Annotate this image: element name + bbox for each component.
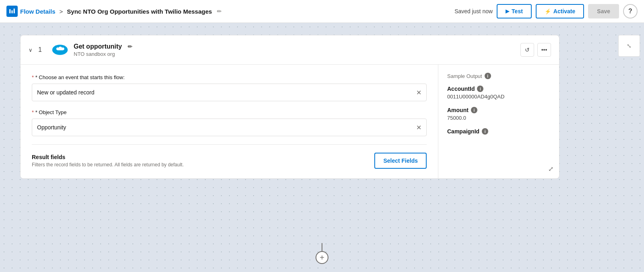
canvas: ⤡ ∨ 1 Get opportunity ✏ NTO sandbox org: [0, 23, 644, 272]
card-subtitle: NTO sandbox org: [74, 51, 515, 57]
output-field-name-campaignid: CampaignId i: [447, 128, 550, 135]
flow-title: Sync NTO Org Opportunities with Twilio M…: [67, 8, 212, 15]
output-field-name-accountid: AccountId i: [447, 86, 550, 92]
card-title-group: Get opportunity ✏ NTO sandbox org: [74, 43, 515, 57]
saved-status: Saved just now: [454, 8, 493, 14]
event-label-text: * Choose an event that starts this flow:: [35, 74, 125, 80]
sample-output-label: Sample Output: [447, 73, 482, 79]
expand-button[interactable]: ⤢: [548, 165, 553, 173]
activate-button[interactable]: ⚡ Activate: [536, 4, 584, 18]
flow-title-edit-icon[interactable]: ✏: [217, 8, 222, 14]
campaignid-info-icon[interactable]: i: [482, 128, 488, 135]
object-type-input[interactable]: [37, 124, 416, 131]
right-panel: Sample Output i AccountId i 0011U00000AD…: [438, 65, 559, 178]
card-actions: ↺ •••: [520, 43, 551, 57]
collapse-button[interactable]: ∨: [29, 47, 33, 53]
flow-card: ∨ 1 Get opportunity ✏ NTO sandbox org ↺: [20, 35, 559, 179]
app-icon: [6, 6, 18, 17]
topbar-left: Flow Details > Sync NTO Org Opportunitie…: [6, 6, 450, 17]
test-button[interactable]: ▶ Test: [497, 4, 532, 18]
mini-map-button[interactable]: ⤡: [618, 35, 640, 57]
save-label: Save: [597, 8, 610, 14]
sample-output-header: Sample Output i: [447, 73, 550, 79]
card-header: ∨ 1 Get opportunity ✏ NTO sandbox org ↺: [21, 35, 559, 65]
object-type-label-text: * Object Type: [35, 109, 67, 115]
svg-rect-1: [12, 10, 13, 14]
event-input-row[interactable]: ✕: [32, 84, 427, 101]
topbar-right: Saved just now ▶ Test ⚡ Activate Save ?: [454, 4, 638, 18]
accountid-info-icon[interactable]: i: [477, 86, 483, 92]
svg-rect-2: [14, 8, 15, 13]
output-field-amount: Amount i 75000.0: [447, 107, 550, 121]
refresh-button[interactable]: ↺: [520, 43, 534, 57]
event-clear-icon[interactable]: ✕: [416, 89, 421, 96]
refresh-icon: ↺: [525, 47, 530, 53]
add-step-line: [322, 243, 322, 251]
output-field-campaignid: CampaignId i: [447, 128, 550, 135]
amount-value: 75000.0: [447, 115, 550, 121]
result-fields-text: Result fields Filters the record fields …: [32, 154, 184, 168]
mini-map-icon: ⤡: [627, 43, 632, 49]
object-type-clear-icon[interactable]: ✕: [416, 124, 421, 131]
event-input[interactable]: [37, 89, 416, 96]
activate-bolt-icon: ⚡: [545, 8, 551, 14]
card-edit-icon[interactable]: ✏: [128, 43, 132, 50]
breadcrumb-separator: >: [60, 8, 63, 15]
salesforce-logo: [52, 42, 68, 58]
object-type-label: * * Object Type: [32, 109, 427, 115]
output-field-accountid: AccountId i 0011U00000AD4g0QAD: [447, 86, 550, 100]
campaignid-label: CampaignId: [447, 128, 479, 135]
add-step-area: +: [316, 243, 328, 264]
select-fields-button[interactable]: Select Fields: [374, 153, 427, 169]
output-field-name-amount: Amount i: [447, 107, 550, 113]
flow-details-link[interactable]: Flow Details: [20, 8, 56, 15]
card-title: Get opportunity ✏: [74, 43, 515, 50]
help-button[interactable]: ?: [623, 4, 638, 18]
more-icon: •••: [541, 47, 547, 53]
more-options-button[interactable]: •••: [537, 43, 551, 57]
topbar: Flow Details > Sync NTO Org Opportunitie…: [0, 0, 644, 23]
step-number: 1: [38, 46, 46, 53]
accountid-label: AccountId: [447, 86, 475, 92]
result-fields-desc: Filters the record fields to be returned…: [32, 162, 184, 168]
expand-icon: ⤢: [548, 166, 553, 172]
card-title-text: Get opportunity: [74, 43, 122, 50]
save-button[interactable]: Save: [588, 4, 619, 18]
amount-label: Amount: [447, 107, 469, 113]
add-step-button[interactable]: +: [316, 251, 328, 264]
activate-label: Activate: [553, 8, 575, 14]
test-label: Test: [512, 8, 523, 14]
result-fields-title: Result fields: [32, 154, 184, 160]
card-body: * * Choose an event that starts this flo…: [21, 65, 559, 178]
svg-rect-0: [9, 9, 10, 14]
accountid-value: 0011U00000AD4g0QAD: [447, 94, 550, 100]
sample-output-info-icon[interactable]: i: [485, 73, 491, 79]
left-panel: * * Choose an event that starts this flo…: [21, 65, 438, 178]
test-play-icon: ▶: [506, 8, 509, 14]
result-fields-section: Result fields Filters the record fields …: [32, 144, 427, 169]
amount-info-icon[interactable]: i: [471, 107, 477, 113]
help-icon: ?: [628, 8, 632, 15]
add-step-plus-icon: +: [320, 253, 324, 262]
object-type-input-row[interactable]: ✕: [32, 119, 427, 136]
collapse-icon: ∨: [29, 47, 33, 53]
event-field-label: * * Choose an event that starts this flo…: [32, 74, 427, 80]
